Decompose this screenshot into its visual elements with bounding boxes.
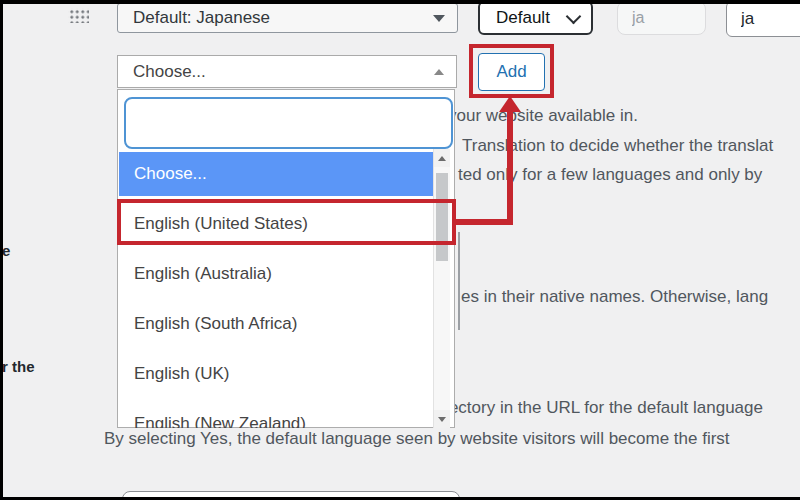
annotation-arrow-shaft [507,110,513,225]
row-label-partial: e [2,242,10,259]
flag-select[interactable]: Default [478,1,593,35]
help-text-line: By selecting Yes, the default language s… [104,429,730,449]
language-option[interactable]: English (Australia) [119,249,434,299]
window-edge [0,0,3,500]
default-language-select[interactable]: Default: Japanese [117,3,458,33]
occluded-input-edge [458,232,460,330]
dropdown-arrow-icon [433,15,445,22]
scroll-up-button[interactable] [434,149,450,167]
list-scrollbar[interactable] [433,149,450,428]
language-combobox-label: Choose... [133,62,434,82]
annotation-box-option [117,199,456,245]
language-option[interactable]: English (South Africa) [119,299,434,349]
language-combobox[interactable]: Choose... [117,55,457,88]
scroll-down-icon [438,417,446,422]
row-label-partial: r the [2,358,35,375]
language-option[interactable]: English (New Zealand) [119,399,434,428]
help-text-line: directory in the URL for the default lan… [430,398,763,418]
help-text-line: ted only for a few languages and only by [458,165,762,185]
language-option[interactable]: Choose... [119,152,434,196]
language-code-field[interactable] [726,1,800,37]
language-option[interactable]: English (UK) [119,349,434,399]
drag-handle-icon[interactable] [68,8,89,23]
scroll-up-icon [438,156,446,161]
help-text-line: your website available in. [448,106,638,126]
language-code-field-disabled [617,1,706,35]
caret-up-icon [434,69,444,75]
window-edge [0,0,800,4]
annotation-arrow-head-icon [499,96,521,112]
annotation-box-add [469,44,554,98]
language-options-list: Choose... English (United States) Englis… [119,149,434,428]
help-text-line: es in their native names. Otherwise, lan… [461,287,768,307]
annotation-arrow-shaft [452,219,513,225]
language-search-input[interactable] [124,97,453,149]
wordpress-language-settings-page: your website available in. Translation t… [0,0,800,500]
flag-select-label: Default [496,8,568,28]
default-language-select-label: Default: Japanese [133,8,433,28]
language-dropdown-panel: Choose... English (United States) Englis… [117,89,455,428]
scroll-down-button[interactable] [434,410,450,428]
chevron-down-icon [566,8,582,24]
